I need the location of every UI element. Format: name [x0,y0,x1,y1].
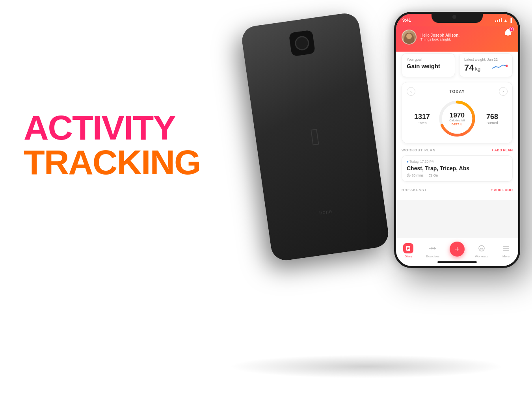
more-icon [501,243,511,253]
goal-card: Your goal Gain weight [402,53,455,77]
phone-model-text: hone [319,208,333,216]
hero-text-container: ACTIVITY TRACKING [24,110,200,180]
more-label: More [502,255,510,258]
apple-logo:  [309,123,321,151]
svg-point-6 [429,174,432,177]
battery-icon: ▐ [509,18,512,22]
today-label: TODAY [450,89,465,94]
nav-more[interactable]: More [494,243,518,258]
burned-label: Burned [477,121,508,125]
nav-diary[interactable]: Diary [396,243,420,258]
today-card: ‹ TODAY › 1317 Eaten [402,82,513,143]
notification-badge: 2 [509,27,514,32]
nav-add[interactable]: + [445,242,469,260]
svg-point-0 [506,65,508,67]
workout-time: Today, 17:30 PM [407,160,508,164]
eaten-label: Eaten [407,121,437,125]
wifi-icon: ▲ [504,18,508,22]
user-greeting: Hello Joseph Allison, Things look allrig… [420,33,459,41]
breakfast-section-header: BREAKFAST + ADD FOOD [402,186,513,192]
eaten-stat: 1317 Eaten [407,113,437,125]
nav-exercises[interactable]: Exercises [420,243,445,258]
goal-weight-row: Your goal Gain weight Latest weight, Jan… [402,53,513,77]
exercises-label: Exercises [426,255,440,258]
workouts-icon: 60 [476,243,487,253]
greeting-hello: Hello Joseph Allison, [420,33,459,37]
signal-icon [495,18,502,22]
front-camera [452,15,456,19]
workout-meta: 60 mins On [407,173,508,177]
trend-chart [492,63,508,72]
svg-rect-17 [432,248,434,249]
svg-rect-14 [435,248,436,249]
scroll-content: 9:41 ▲ ▐ [396,14,518,238]
weight-unit: kg [475,66,480,72]
workout-card[interactable]: Today, 17:30 PM Chest, Trap, Tricep, Abs… [402,155,513,182]
main-content: Your goal Gain weight Latest weight, Jan… [396,48,518,200]
exercises-icon [428,243,438,253]
calories-left-label: Calories left [449,119,465,122]
add-plan-button[interactable]: + ADD PLAN [491,148,513,152]
weight-label: Latest weight, Jan 22 [464,58,508,61]
hero-line1: ACTIVITY [24,110,200,145]
app-screen: 9:41 ▲ ▐ [396,14,518,266]
workout-name: Chest, Trap, Tricep, Abs [407,165,508,171]
detail-link[interactable]: DETAIL [449,123,465,126]
workout-section-title: WORKOUT PLAN [402,148,436,152]
calorie-section: 1317 Eaten [407,99,508,138]
diary-icon [403,243,413,253]
svg-text:60: 60 [480,248,483,250]
calories-left-value: 1970 [449,112,465,119]
prev-day-button[interactable]: ‹ [407,87,415,96]
add-food-button[interactable]: + ADD FOOD [491,188,513,192]
goal-label: Your goal [407,58,450,61]
weight-row: 74 kg [464,63,508,73]
phones-container:  hone 9:41 [225,0,532,402]
avatar-figure [404,33,414,44]
weight-value: 74 [464,63,474,73]
add-button[interactable]: + [450,242,465,257]
status-icons: ▲ ▐ [495,18,512,22]
weight-card: Latest weight, Jan 22 74 kg [459,53,513,77]
today-header: ‹ TODAY › [407,87,508,96]
goal-value: Gain weight [407,63,450,69]
phone-back:  hone [240,11,391,262]
ring-center: 1970 Calories left DETAIL [449,112,465,126]
back-camera [289,30,316,57]
workout-duration: 60 mins [407,173,424,177]
phone-front: 9:41 ▲ ▐ [394,12,520,268]
home-bar [437,261,477,263]
burned-value: 768 [477,113,508,121]
next-day-button[interactable]: › [499,87,508,96]
burned-stat: 768 Burned [477,113,508,125]
workout-section-header: WORKOUT PLAN + ADD PLAN [402,148,513,152]
workout-alarm: On [428,173,438,177]
notch [432,12,483,23]
nav-workouts[interactable]: 60 Workouts [469,243,494,258]
status-time: 9:41 [402,18,411,22]
app-header: 2 Hello Joseph Allison, Things look allr… [396,26,518,52]
avatar [402,30,417,45]
svg-rect-16 [434,247,435,249]
svg-rect-13 [429,248,431,249]
svg-rect-15 [431,247,432,249]
breakfast-section-title: BREAKFAST [402,188,427,192]
notification-bell[interactable]: 2 [503,28,513,39]
hero-line2: TRACKING [24,145,200,180]
diary-label: Diary [405,255,412,258]
user-row: Hello Joseph Allison, Things look allrig… [402,30,513,45]
calorie-ring[interactable]: 1970 Calories left DETAIL [437,99,477,138]
workouts-label: Workouts [475,255,488,258]
eaten-value: 1317 [407,113,437,121]
greeting-sub: Things look allright. [420,37,459,41]
